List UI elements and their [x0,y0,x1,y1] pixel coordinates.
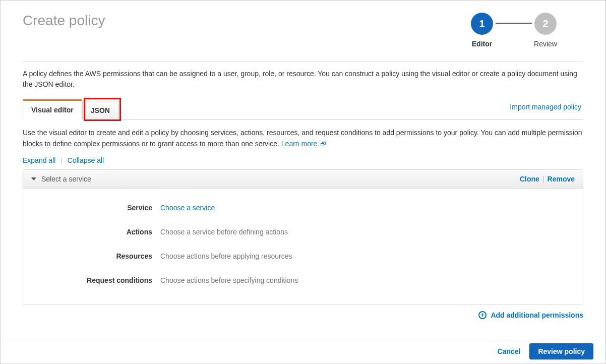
expand-collapse-row: Expand all | Collapse all [23,156,583,164]
tabs: Visual editor JSON [23,99,118,119]
expand-all-link[interactable]: Expand all [23,156,55,164]
clone-link[interactable]: Clone [520,175,539,183]
conditions-placeholder: Choose actions before specifying conditi… [160,276,298,284]
row-conditions: Request conditions Choose actions before… [33,268,573,292]
step-1-circle: 1 [471,13,493,35]
permission-panel: Select a service Clone | Remove Service … [23,169,583,305]
page-title: Create policy [23,13,105,29]
step-review: 2 Review [518,13,573,48]
label-conditions: Request conditions [33,276,160,284]
separator: | [60,156,63,164]
panel-header[interactable]: Select a service Clone | Remove [23,170,583,189]
step-1-label: Editor [472,40,492,48]
cancel-button[interactable]: Cancel [497,347,520,355]
label-resources: Resources [33,252,160,260]
header-row: Create policy 1 Editor 2 Review [23,10,583,48]
resources-placeholder: Choose actions before applying resources [160,252,292,260]
divider [23,61,583,62]
learn-more-label: Learn more [281,140,318,148]
wizard-stepper: 1 Editor 2 Review [454,13,573,48]
step-editor: 1 Editor [454,13,510,48]
remove-link[interactable]: Remove [548,175,575,183]
tabs-row: Visual editor JSON Import managed policy [23,99,583,119]
label-service: Service [33,204,160,212]
external-link-icon: 🗗 [320,140,326,149]
actions-placeholder: Choose a service before defining actions [160,228,288,236]
row-actions: Actions Choose a service before defining… [33,220,573,244]
learn-more-link[interactable]: Learn more 🗗 [281,140,326,148]
row-service: Service Choose a service [33,196,573,220]
subintro: Use the visual editor to create and edit… [23,128,583,149]
row-resources: Resources Choose actions before applying… [33,244,573,268]
add-permissions-link[interactable]: + Add additional permissions [478,311,583,319]
create-policy-frame: Create policy 1 Editor 2 Review A policy… [0,0,606,364]
plus-circle-icon: + [478,311,487,319]
tab-visual-editor[interactable]: Visual editor [23,99,82,119]
caret-down-icon [31,177,36,180]
panel-body: Service Choose a service Actions Choose … [23,189,583,305]
choose-service-link[interactable]: Choose a service [160,204,215,212]
label-actions: Actions [33,228,160,236]
panel-title: Select a service [41,175,91,183]
intro-text: A policy defines the AWS permissions tha… [23,69,583,90]
add-permissions-label: Add additional permissions [491,311,583,319]
step-2-label: Review [534,40,557,48]
collapse-all-link[interactable]: Collapse all [68,156,104,164]
review-policy-button[interactable]: Review policy [529,343,593,359]
tab-json[interactable]: JSON [82,101,118,119]
import-managed-policy-link[interactable]: Import managed policy [510,103,581,111]
footer-bar: Cancel Review policy [1,339,605,363]
step-2-circle: 2 [534,13,557,35]
